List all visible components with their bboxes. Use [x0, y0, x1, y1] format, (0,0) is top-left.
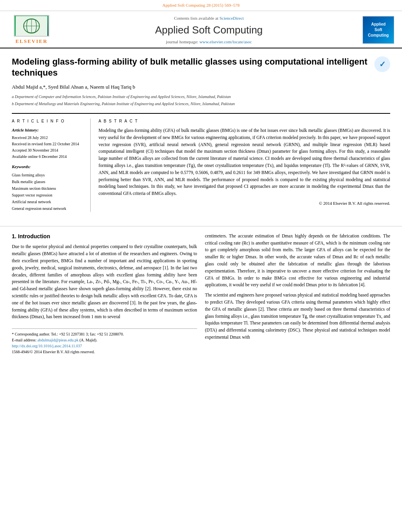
footnote-area: * Corresponding author. Tel.: +92 51 220…: [12, 328, 197, 355]
header-main: ELSEVIER Contents lists available at Sci…: [0, 11, 402, 48]
journal-title: Applied Soft Computing: [55, 23, 363, 37]
sciencedirect-link[interactable]: ScienceDirect: [220, 16, 244, 20]
affiliations: a Department of Computer and Information…: [12, 94, 390, 107]
keyword-6: General regression neural network: [12, 205, 85, 212]
copyright: © 2014 Elsevier B.V. All rights reserved…: [99, 200, 390, 206]
journal-header: Applied Soft Computing 28 (2015) 569–578: [0, 0, 402, 11]
crossmark-badge: ✓: [374, 56, 390, 72]
keywords-title: Keywords:: [12, 164, 85, 170]
right-para2: The scientist and engineers have propose…: [205, 292, 390, 341]
available-date: Available online 6 December 2014: [12, 154, 85, 160]
email-label: E-mail address:: [12, 338, 36, 342]
elsevier-logo: ELSEVIER: [8, 15, 55, 45]
abstract-section: A B S T R A C T Modeling the glass-formi…: [99, 119, 390, 212]
affiliation-b: b Department of Metallurgy and Materials…: [12, 101, 390, 107]
keyword-5: Artificial neural network: [12, 198, 85, 205]
journal-logo-box: Applied Soft Computing: [363, 16, 394, 44]
section-divider: [0, 226, 402, 226]
affiliation-a: a Department of Computer and Information…: [12, 94, 390, 100]
paper-content: Modeling glass-forming ability of bulk m…: [0, 48, 402, 220]
received-date: Received 28 July 2012: [12, 135, 85, 141]
doi-link[interactable]: http://dx.doi.org/10.1016/j.asoc.2014.11…: [12, 344, 82, 348]
abstract-title: A B S T R A C T: [99, 119, 390, 124]
journal-link-text[interactable]: Applied Soft Computing 28 (2015) 569–578: [162, 3, 240, 7]
keyword-3: Maximum section thickness: [12, 185, 85, 192]
abstract-text: Modeling the glass-forming ability (GFA)…: [99, 127, 390, 197]
keyword-1: Glass forming alloys: [12, 172, 85, 178]
right-para1: centimeters. The accurate estimation of …: [205, 233, 390, 289]
intro-para1: Due to the superior physical and chemica…: [12, 243, 197, 321]
right-column: centimeters. The accurate estimation of …: [205, 233, 390, 355]
email-suffix: (A. Majid).: [80, 338, 97, 342]
header-center: Contents lists available at ScienceDirec…: [55, 15, 363, 45]
article-history-title: Article history:: [12, 127, 85, 133]
intro-heading: 1. Introduction: [12, 233, 197, 241]
article-info: A R T I C L E I N F O Article history: R…: [12, 119, 91, 212]
contents-available: Contents lists available at ScienceDirec…: [55, 15, 363, 21]
keyword-4: Support vector regression: [12, 192, 85, 198]
revised-date: Received in revised form 22 October 2014: [12, 141, 85, 147]
journal-link[interactable]: Applied Soft Computing 28 (2015) 569–578: [137, 2, 266, 8]
article-history-items: Received 28 July 2012 Received in revise…: [12, 135, 85, 160]
left-column: 1. Introduction Due to the superior phys…: [12, 233, 197, 355]
corresponding-note: * Corresponding author. Tel.: +92 51 220…: [12, 331, 197, 337]
paper-title: Modeling glass-forming ability of bulk m…: [12, 56, 370, 79]
email-link[interactable]: abdulmajid@pieas.edu.pk: [37, 338, 78, 342]
keyword-2: Bulk metallic glasses: [12, 178, 85, 185]
email-note: E-mail address: abdulmajid@pieas.edu.pk …: [12, 337, 197, 343]
issn-text: 1568-4946/© 2014 Elsevier B.V. All right…: [12, 349, 197, 355]
accepted-date: Accepted 30 November 2014: [12, 147, 85, 154]
article-info-title: A R T I C L E I N F O: [12, 119, 85, 124]
journal-homepage: journal homepage: www.elsevier.com/locat…: [55, 39, 363, 45]
elsevier-logo-image: [14, 15, 49, 37]
authors: Abdul Majid a,*, Syed Bilal Ahsan a, Nae…: [12, 83, 390, 91]
keywords-list: Glass forming alloys Bulk metallic glass…: [12, 172, 85, 212]
homepage-url[interactable]: www.elsevier.com/locate/asoc: [199, 39, 252, 44]
elsevier-brand: ELSEVIER: [15, 38, 48, 45]
info-abstract-section: A R T I C L E I N F O Article history: R…: [12, 113, 390, 212]
body-section: 1. Introduction Due to the superior phys…: [0, 233, 402, 355]
